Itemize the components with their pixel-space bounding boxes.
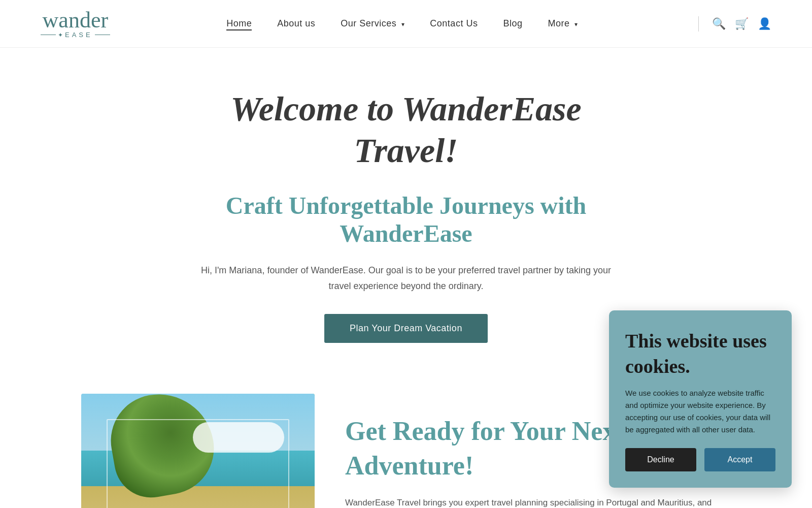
logo-wander-text: wander (43, 9, 109, 31)
hero-subtitle: Craft Unforgettable Journeys with Wander… (198, 192, 614, 247)
nav-link-more-label: More (548, 18, 569, 28)
logo-dash-left (41, 35, 56, 35)
nav-link-services[interactable]: Our Services ▾ (341, 18, 404, 28)
cookie-title: This website uses cookies. (625, 329, 775, 379)
chevron-down-icon: ▾ (401, 21, 405, 28)
logo-star: ✦ (58, 32, 63, 38)
plan-vacation-button[interactable]: Plan Your Dream Vacation (324, 314, 488, 343)
decline-button[interactable]: Decline (625, 448, 696, 471)
nav-item-blog[interactable]: Blog (503, 18, 522, 29)
nav-item-home[interactable]: Home (226, 18, 252, 29)
nav-item-contact[interactable]: Contact Us (430, 18, 478, 29)
nav-link-about[interactable]: About us (277, 18, 315, 28)
nav-item-more[interactable]: More ▾ (548, 18, 578, 29)
chevron-down-icon-more: ▾ (574, 21, 578, 28)
nav-icon-group: 🔍 🛒 👤 (694, 16, 771, 31)
hero-section: Welcome to WanderEase Travel! Craft Unfo… (178, 48, 634, 373)
beach-image-frame (107, 419, 289, 508)
nav-link-services-label: Our Services (341, 18, 396, 28)
beach-image (81, 394, 315, 508)
cart-icon[interactable]: 🛒 (735, 17, 749, 30)
cookie-banner: This website uses cookies. We use cookie… (609, 310, 792, 488)
nav-divider (698, 16, 699, 31)
nav-link-contact[interactable]: Contact Us (430, 18, 478, 28)
nav-links: Home About us Our Services ▾ Contact Us … (226, 18, 578, 29)
cookie-button-group: Decline Accept (625, 448, 775, 471)
search-icon[interactable]: 🔍 (712, 17, 726, 30)
user-icon[interactable]: 👤 (758, 17, 771, 30)
hero-title: Welcome to WanderEase Travel! (198, 88, 614, 171)
logo-ease-text: EASE (65, 31, 93, 38)
logo[interactable]: wander ✦ EASE (41, 9, 110, 38)
nav-link-more[interactable]: More ▾ (548, 18, 578, 28)
navbar: wander ✦ EASE Home About us Our Services… (0, 0, 812, 48)
nav-item-about[interactable]: About us (277, 18, 315, 29)
nav-link-home[interactable]: Home (226, 18, 252, 30)
nav-item-services[interactable]: Our Services ▾ (341, 18, 404, 29)
section-body: WanderEase Travel brings you expert trav… (345, 495, 731, 508)
cookie-body-text: We use cookies to analyze website traffi… (625, 387, 775, 436)
accept-button[interactable]: Accept (704, 448, 775, 471)
nav-link-blog[interactable]: Blog (503, 18, 522, 28)
hero-description: Hi, I'm Mariana, founder of WanderEase. … (198, 263, 614, 294)
logo-dash-right (95, 35, 110, 35)
